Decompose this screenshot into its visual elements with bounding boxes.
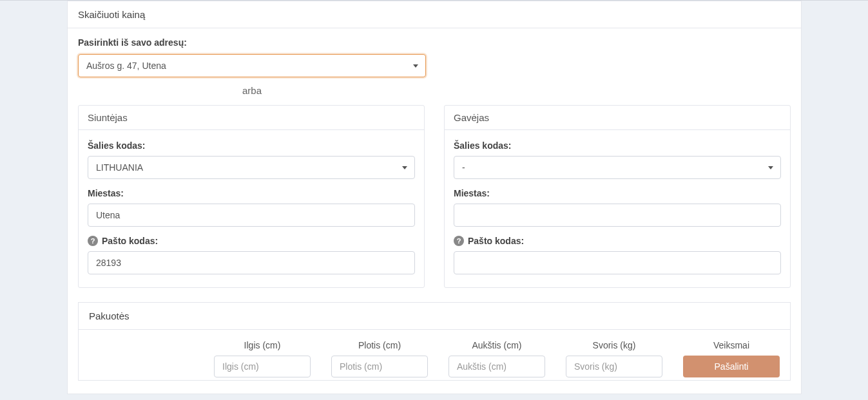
address-picker-label: Pasirinkti iš savo adresų:	[78, 37, 791, 48]
length-input[interactable]	[214, 356, 311, 377]
or-separator: arba	[78, 77, 426, 105]
receiver-panel: Gavėjas Šalies kodas: - Miestas:	[444, 105, 791, 288]
sender-panel: Siuntėjas Šalies kodas: LITHUANIA Miesta	[78, 105, 425, 288]
receiver-postcode-input[interactable]	[454, 251, 781, 274]
remove-button[interactable]: Pašalinti	[683, 356, 780, 377]
height-label: Aukštis (cm)	[472, 340, 522, 350]
receiver-postcode-label: ? Pašto kodas:	[454, 236, 781, 246]
sender-postcode-label: ? Pašto kodas:	[88, 236, 415, 246]
package-row: Ilgis (cm) Plotis (cm) Aukštis (cm)	[89, 340, 780, 377]
sender-panel-title: Siuntėjas	[79, 106, 424, 130]
address-select[interactable]: Aušros g. 47, Utena	[78, 54, 426, 77]
length-label: Ilgis (cm)	[244, 340, 281, 350]
width-input[interactable]	[331, 356, 428, 377]
weight-label: Svoris (kg)	[593, 340, 636, 350]
help-icon[interactable]: ?	[454, 236, 464, 246]
sender-postcode-label-text: Pašto kodas:	[102, 236, 158, 246]
sender-city-label: Miestas:	[88, 188, 415, 198]
receiver-panel-title: Gavėjas	[445, 106, 790, 130]
receiver-city-input[interactable]	[454, 204, 781, 227]
receiver-city-label: Miestas:	[454, 188, 781, 198]
sender-country-label: Šalies kodas:	[88, 140, 415, 151]
help-icon[interactable]: ?	[88, 236, 98, 246]
receiver-country-select[interactable]: -	[454, 156, 781, 179]
price-calc-card: Skaičiuoti kainą Pasirinkti iš savo adre…	[67, 1, 802, 394]
sender-city-input[interactable]	[88, 204, 415, 227]
sender-postcode-input[interactable]	[88, 251, 415, 274]
card-title: Skaičiuoti kainą	[68, 1, 801, 28]
width-label: Plotis (cm)	[358, 340, 401, 350]
sender-country-select[interactable]: LITHUANIA	[88, 156, 415, 179]
height-input[interactable]	[448, 356, 545, 377]
packages-title: Pakuotės	[79, 303, 790, 330]
receiver-country-label: Šalies kodas:	[454, 140, 781, 151]
receiver-postcode-label-text: Pašto kodas:	[468, 236, 524, 246]
weight-input[interactable]	[566, 356, 662, 377]
actions-label: Veiksmai	[713, 340, 749, 350]
packages-card: Pakuotės Ilgis (cm) Plotis (cm) Aukštis …	[78, 302, 791, 381]
